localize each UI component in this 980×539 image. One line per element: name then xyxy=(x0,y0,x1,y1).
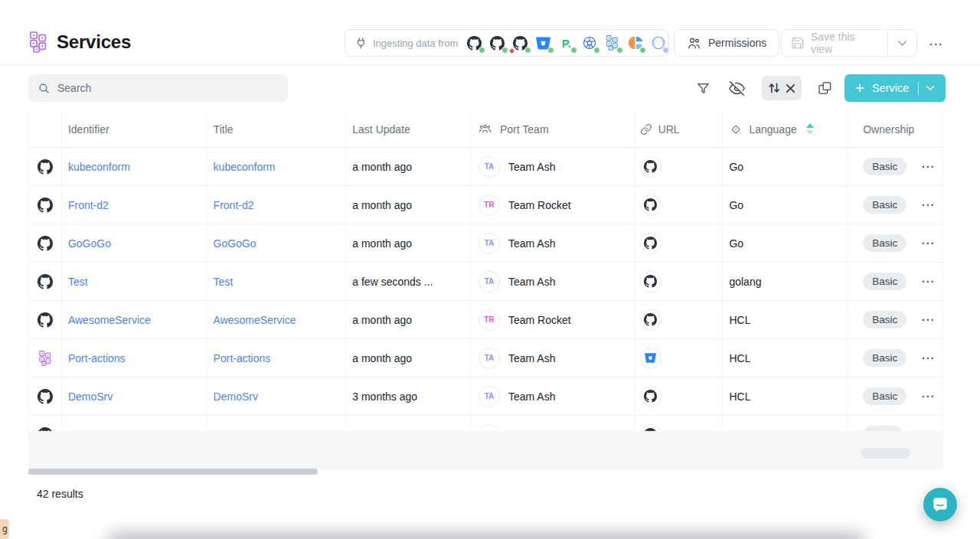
identifier-link[interactable]: Test xyxy=(68,276,88,288)
column-header-url[interactable]: URL xyxy=(635,111,724,147)
group-by-button[interactable] xyxy=(815,79,834,97)
integration-port-icon[interactable]: P. xyxy=(558,35,574,51)
repo-provider-icon xyxy=(644,313,657,326)
integration-microservices-icon[interactable] xyxy=(604,35,620,51)
language-sort-control[interactable] xyxy=(806,123,814,135)
repo-url-button[interactable] xyxy=(640,386,662,407)
permissions-button[interactable]: Permissions xyxy=(674,29,779,57)
search-input[interactable] xyxy=(57,82,279,94)
row-more-button[interactable]: ⋯ xyxy=(921,275,935,288)
ownership-badge: Basic xyxy=(863,273,906,290)
repo-provider-icon xyxy=(644,198,657,211)
column-header-port-team[interactable]: Port Team xyxy=(471,111,635,147)
team-name: Team Ash xyxy=(508,390,555,403)
table-row[interactable]: kubeconform kubeconform a month ago TA T… xyxy=(29,148,942,186)
table-row[interactable]: DemoSrv DemoSrv 3 months ago TA Team Ash… xyxy=(29,377,942,416)
team-name: Team Rocket xyxy=(508,314,571,326)
language-text: golang xyxy=(729,276,761,288)
table-row[interactable]: Front-d2 Front-d2 a month ago TR Team Ro… xyxy=(29,186,942,224)
ingesting-data-pill[interactable]: Ingesting data from P.{··} xyxy=(345,29,669,57)
repo-url-button[interactable] xyxy=(640,271,662,292)
last-update-text: a month ago xyxy=(352,314,412,326)
add-service-button[interactable]: Service xyxy=(844,74,946,102)
save-icon xyxy=(791,36,805,50)
row-more-button[interactable]: ⋯ xyxy=(921,390,935,403)
language-text: Go xyxy=(729,199,743,211)
service-type-icon xyxy=(38,312,53,328)
status-dot xyxy=(501,47,508,54)
integration-multicolor-integration-icon[interactable] xyxy=(627,35,643,51)
table-body: kubeconform kubeconform a month ago TA T… xyxy=(29,148,942,454)
save-view-button[interactable]: Save this view xyxy=(782,30,887,56)
table-row[interactable]: Port-actions Port-actions a month ago TA… xyxy=(29,339,942,377)
search-box[interactable] xyxy=(28,74,288,102)
save-view-dropdown-button[interactable] xyxy=(887,30,916,56)
table-row[interactable]: AwesomeService AwesomeService a month ag… xyxy=(29,301,942,339)
title-link[interactable]: Port-actions xyxy=(214,352,271,364)
language-text: HCL xyxy=(729,352,750,364)
row-more-button[interactable]: ⋯ xyxy=(921,237,935,250)
repo-url-button[interactable] xyxy=(640,348,662,369)
team-avatar: TR xyxy=(479,309,500,331)
table-row[interactable]: GoGoGo GoGoGo a month ago TA Team Ash Go… xyxy=(29,224,942,263)
last-update-text: a month ago xyxy=(352,352,412,364)
identifier-link[interactable]: Front-d2 xyxy=(68,199,109,211)
integration-github-icon[interactable] xyxy=(489,35,505,51)
page-more-button[interactable]: ⋯ xyxy=(925,32,948,55)
row-more-button[interactable]: ⋯ xyxy=(921,313,935,326)
sort-control xyxy=(762,76,802,100)
table-row[interactable]: Test Test a few seconds ... TA Team Ash … xyxy=(29,263,942,301)
service-type-icon xyxy=(38,236,53,251)
sort-arrows-icon xyxy=(767,81,781,95)
close-icon xyxy=(785,83,796,94)
title-link[interactable]: Test xyxy=(214,276,234,288)
identifier-link[interactable]: AwesomeService xyxy=(68,314,151,326)
filter-button[interactable] xyxy=(694,79,712,97)
integration-github-icon[interactable] xyxy=(466,35,482,51)
identifier-link[interactable]: kubeconform xyxy=(68,161,130,173)
plus-icon xyxy=(854,83,865,93)
team-name: Team Ash xyxy=(508,352,555,364)
identifier-link[interactable]: GoGoGo xyxy=(68,237,111,250)
clear-sort-button[interactable] xyxy=(785,83,796,94)
column-header-ownership[interactable]: Ownership xyxy=(848,111,942,147)
team-avatar: TA xyxy=(479,156,500,178)
integration-kubernetes-icon[interactable] xyxy=(581,35,597,51)
ownership-badge: Basic xyxy=(863,158,906,175)
title-link[interactable]: Front-d2 xyxy=(214,199,254,211)
hidden-properties-button[interactable] xyxy=(727,79,746,97)
service-type-icon xyxy=(39,351,51,366)
service-type-icon xyxy=(38,159,53,175)
identifier-link[interactable]: Port-actions xyxy=(68,352,126,364)
integration-bitbucket-icon[interactable] xyxy=(535,35,551,51)
corner-tag: g xyxy=(0,519,9,539)
column-header-title[interactable]: Title xyxy=(207,111,347,147)
column-header-last-update[interactable]: Last Update xyxy=(346,111,471,147)
status-dot xyxy=(662,47,669,54)
title-link[interactable]: DemoSrv xyxy=(214,390,258,403)
horizontal-scrollbar[interactable] xyxy=(28,469,318,475)
repo-provider-icon xyxy=(645,352,656,364)
row-more-button[interactable]: ⋯ xyxy=(921,160,935,173)
integration-webhook-icon[interactable]: {··} xyxy=(650,35,666,51)
repo-url-button[interactable] xyxy=(640,309,662,331)
integration-github-icon[interactable] xyxy=(512,35,528,51)
chevron-down-icon xyxy=(897,40,907,47)
title-link[interactable]: AwesomeService xyxy=(214,314,296,326)
team-name: Team Rocket xyxy=(508,199,571,211)
title-link[interactable]: kubeconform xyxy=(214,161,276,173)
last-update-text: a month ago xyxy=(352,161,412,173)
repo-url-button[interactable] xyxy=(640,233,662,254)
title-link[interactable]: GoGoGo xyxy=(214,237,256,250)
ownership-badge: Basic xyxy=(863,387,906,405)
sort-button[interactable] xyxy=(767,81,781,95)
repo-url-button[interactable] xyxy=(640,194,662,216)
row-more-button[interactable]: ⋯ xyxy=(921,351,935,364)
column-header-identifier[interactable]: Identifier xyxy=(62,111,207,147)
chat-launcher-button[interactable] xyxy=(923,488,957,521)
identifier-link[interactable]: DemoSrv xyxy=(68,390,113,403)
repo-url-button[interactable] xyxy=(640,156,662,178)
overlapping-squares-icon xyxy=(818,81,832,96)
column-header-language[interactable]: Language xyxy=(723,111,848,147)
row-more-button[interactable]: ⋯ xyxy=(921,198,935,211)
